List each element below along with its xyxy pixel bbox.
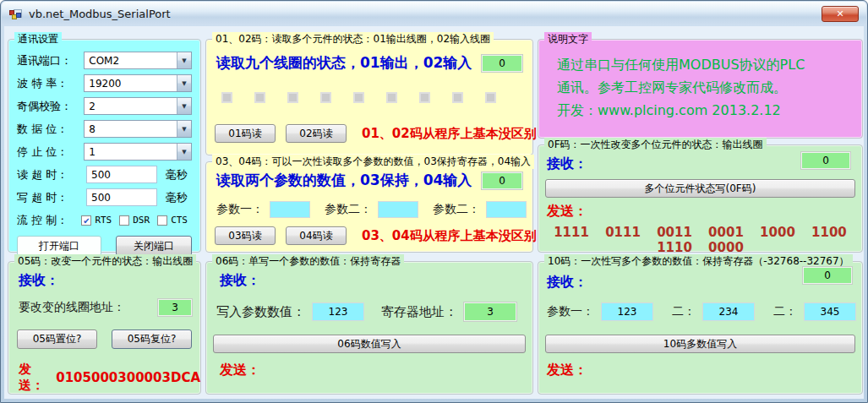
read-coils-headline: 读取九个线圈的状态，01输出，02输入 xyxy=(216,53,472,73)
register-address-input[interactable]: 3 xyxy=(464,302,516,321)
chevron-glyph: ▼ xyxy=(182,103,186,110)
info-line-3: 开发：www.plcing.com 2013.2.12 xyxy=(557,99,805,122)
coil-indicator-row xyxy=(221,92,496,103)
w-param2-input[interactable]: 234 xyxy=(702,302,755,321)
write-timeout-label: 写 超 时： xyxy=(17,190,86,205)
c05-receive-label: 接收： xyxy=(19,272,59,290)
dsr-checkbox[interactable] xyxy=(119,215,129,226)
param3-label: 参数二： xyxy=(433,202,480,217)
read-registers-value-display[interactable]: 0 xyxy=(482,172,522,189)
write-value-label: 写入参数数值： xyxy=(216,304,305,320)
panel-write-single-coil: 05码：改变一个元件的状态：输出线圈 接收： 要改变的线圈地址： 3 05码置位… xyxy=(8,261,201,395)
dsr-label: DSR xyxy=(133,215,150,226)
read-03-button[interactable]: 03码读 xyxy=(215,226,276,245)
close-port-button[interactable]: 关闭端口 xyxy=(116,236,192,256)
w-param1-input[interactable]: 123 xyxy=(601,302,653,321)
c06-receive-label: 接收： xyxy=(220,272,260,290)
of-receive-label: 接收： xyxy=(547,155,587,173)
write-timeout-unit: 毫秒 xyxy=(166,190,188,205)
chevron-glyph: ▼ xyxy=(182,149,186,155)
param2-input[interactable] xyxy=(378,201,418,218)
panel-write-multi-registers: 10码：一次性写多个参数的数值：保持寄存器（-32768--32767） 接收：… xyxy=(538,261,863,395)
rts-checkbox[interactable]: ✔ xyxy=(81,215,91,226)
param3-input[interactable] xyxy=(486,201,527,218)
w-param3-label: 二： xyxy=(773,304,797,319)
c10-send-label: 发送： xyxy=(547,362,587,379)
coil-address-label: 要改变的线圈地址： xyxy=(19,300,125,315)
register-address-label: 寄存器地址： xyxy=(381,304,457,320)
coil-indicator xyxy=(254,92,265,103)
write-06-button[interactable]: 06码数值写入 xyxy=(213,335,526,353)
com-port-select[interactable]: COM2 ▼ xyxy=(84,52,192,69)
chevron-down-icon[interactable]: ▼ xyxy=(177,144,191,160)
read-04-button[interactable]: 04码读 xyxy=(286,226,347,245)
coil-indicator xyxy=(221,92,232,103)
w-param3-input[interactable]: 345 xyxy=(804,302,856,321)
read-02-button[interactable]: 02码读 xyxy=(286,124,347,143)
read-coils-note: 01、02码从程序上基本没区别 xyxy=(362,126,537,142)
coil-indicator xyxy=(419,92,430,103)
write-multi-coils-button[interactable]: 多个位元件状态写(0F码) xyxy=(545,179,855,198)
read-01-button[interactable]: 01码读 xyxy=(215,124,276,143)
reset-coil-button[interactable]: 05码复位? xyxy=(112,329,192,349)
c05-send-label: 发送： xyxy=(19,362,52,394)
read-timeout-unit: 毫秒 xyxy=(166,167,188,182)
stop-bits-label: 停 止 位： xyxy=(17,144,84,160)
baud-rate-label: 波 特 率： xyxy=(17,76,84,91)
panel-write-single-register-title: 06码：单写一个参数的数值：保持寄存器 xyxy=(212,254,404,269)
coil-indicator xyxy=(287,92,298,103)
panel-read-coils-title: 01、02码：读取多个元件的状态：01输出线圈，02输入线圈 xyxy=(212,32,494,46)
cts-label: CTS xyxy=(171,215,188,226)
panel-write-single-coil-title: 05码：改变一个元件的状态：输出线圈 xyxy=(14,254,196,269)
stop-bits-select[interactable]: 1 ▼ xyxy=(84,143,192,161)
data-bits-value: 8 xyxy=(85,121,177,137)
panel-write-coils-0f: 0F码：一次性改变多个位元件的状态：输出线圈 接收： 0 多个位元件状态写(0F… xyxy=(538,144,863,253)
write-10-button[interactable]: 10码多数值写入 xyxy=(545,335,855,353)
param1-label: 参数一： xyxy=(216,202,264,217)
chevron-down-icon[interactable]: ▼ xyxy=(177,75,191,91)
panel-write-coils-title: 0F码：一次性改变多个位元件的状态：输出线圈 xyxy=(544,138,767,152)
data-bits-select[interactable]: 8 ▼ xyxy=(84,120,192,138)
c10-receive-label: 接收： xyxy=(547,274,587,291)
read-coils-value-display[interactable]: 0 xyxy=(482,55,522,72)
chevron-glyph: ▼ xyxy=(182,126,186,133)
parity-select[interactable]: 2 ▼ xyxy=(84,97,192,115)
baud-rate-select[interactable]: 19200 ▼ xyxy=(84,74,192,92)
param1-input[interactable] xyxy=(270,201,310,218)
c10-receive-value-display[interactable]: 0 xyxy=(803,267,852,284)
read-timeout-input[interactable]: 500 xyxy=(86,166,157,183)
panel-read-registers-title: 03、04码：可以一次性读取多个参数的数值，03保持寄存器，04输入 xyxy=(212,155,534,169)
cts-checkbox[interactable] xyxy=(157,215,167,226)
coil-indicator xyxy=(452,92,463,103)
info-line-2: 通讯。参考工控网专家代码修改而成。 xyxy=(557,76,805,99)
chevron-glyph: ▼ xyxy=(182,57,186,64)
coil-address-input[interactable]: 3 xyxy=(158,299,192,316)
write-timeout-input[interactable]: 500 xyxy=(86,188,157,206)
set-coil-button[interactable]: 05码置位? xyxy=(17,329,97,349)
open-port-button[interactable]: 打开端口 xyxy=(17,236,101,256)
w-param1-label: 参数一： xyxy=(547,304,594,319)
close-icon: ✕ xyxy=(836,8,843,19)
com-port-label: 通讯端口： xyxy=(17,53,84,68)
panel-read-registers: 03、04码：可以一次性读取多个参数的数值，03保持寄存器，04输入 读取两个参… xyxy=(205,161,533,253)
parity-label: 奇偶校验： xyxy=(17,99,84,114)
app-icon xyxy=(9,8,23,20)
coil-indicator xyxy=(386,92,397,103)
chevron-down-icon[interactable]: ▼ xyxy=(177,121,191,137)
coil-indicator xyxy=(353,92,364,103)
of-receive-value-display[interactable]: 0 xyxy=(801,152,850,169)
titlebar[interactable]: vb.net_Modbus_SerialPort ✕ xyxy=(2,2,866,25)
close-button[interactable]: ✕ xyxy=(822,6,859,22)
coil-indicator xyxy=(320,92,331,103)
chevron-down-icon[interactable]: ▼ xyxy=(177,52,191,68)
flow-control-label: 流 控 制： xyxy=(17,213,81,228)
write-value-input[interactable]: 123 xyxy=(312,302,364,321)
coil-indicator xyxy=(485,92,496,103)
panel-info: 说明文字 通过串口与任何使用MODBUS协议的PLC 通讯。参考工控网专家代码修… xyxy=(538,39,863,139)
chevron-down-icon[interactable]: ▼ xyxy=(177,98,191,114)
window-title: vb.net_Modbus_SerialPort xyxy=(29,8,171,20)
w-param2-label: 二： xyxy=(672,304,696,319)
com-port-value: COM2 xyxy=(85,52,177,68)
parity-value: 2 xyxy=(85,98,177,114)
app-window: vb.net_Modbus_SerialPort ✕ 通讯设置 通讯端口： CO… xyxy=(0,0,868,403)
